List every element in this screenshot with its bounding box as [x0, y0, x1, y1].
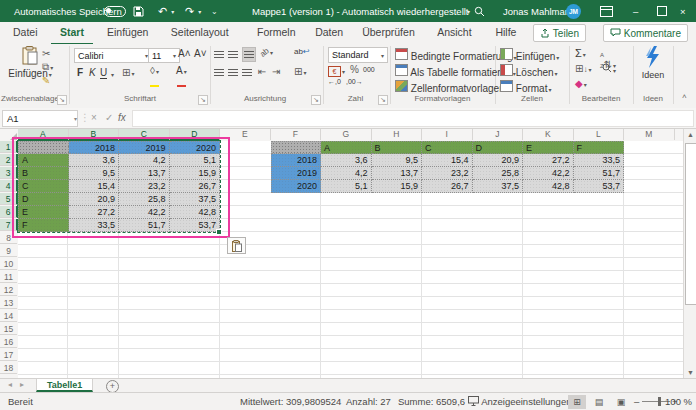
row-header-6[interactable]: 6 — [0, 206, 18, 218]
font-dialog-launcher[interactable]: ↘ — [198, 95, 208, 105]
clipboard-dialog-launcher[interactable]: ↘ — [57, 95, 67, 105]
ribbon-tab-überprüfen[interactable]: Überprüfen — [353, 22, 424, 43]
scroll-up-arrow[interactable]: ▲ — [684, 131, 696, 138]
zoom-out-button[interactable]: – — [634, 393, 639, 410]
right-table-col-header[interactable]: A — [321, 141, 372, 154]
right-table-value-cell[interactable]: 42,8 — [523, 180, 574, 193]
align-bottom-button[interactable] — [242, 47, 256, 62]
confirm-entry-icon[interactable]: ✓ — [105, 110, 113, 125]
left-table-value-cell[interactable]: 33,5 — [69, 219, 120, 232]
right-table-col-header[interactable]: F — [574, 141, 625, 154]
column-header-D[interactable]: D — [170, 129, 221, 141]
column-header-F[interactable]: F — [271, 129, 322, 140]
align-center-button[interactable] — [228, 67, 238, 78]
right-table-value-cell[interactable]: 53,7 — [574, 180, 625, 193]
ribbon-tab-hilfe[interactable]: Hilfe — [486, 22, 525, 43]
restore-button[interactable] — [657, 0, 667, 22]
left-table-row-header[interactable]: F — [18, 219, 69, 232]
borders-button[interactable]: ⊞▾ — [122, 67, 134, 78]
ribbon-tab-start[interactable]: Start — [51, 22, 93, 45]
left-table-row-header[interactable]: C — [18, 180, 69, 193]
column-header-G[interactable]: G — [321, 129, 372, 140]
right-table-col-header[interactable]: E — [523, 141, 574, 154]
thousands-separator-button[interactable]: 000 — [363, 66, 375, 73]
left-table-value-cell[interactable]: 53,7 — [170, 219, 221, 232]
row-header-5[interactable]: 5 — [0, 193, 18, 205]
clear-button[interactable]: ◆▾ — [575, 78, 587, 89]
right-table-value-cell[interactable]: 23,2 — [422, 167, 473, 180]
left-table-row-header[interactable]: B — [18, 167, 69, 180]
right-table-value-cell[interactable]: 15,9 — [372, 180, 423, 193]
vertical-scrollbar[interactable]: ▲ ▼ — [683, 129, 696, 378]
column-header-M[interactable]: M — [624, 129, 675, 140]
qat-customize-button[interactable]: ⌄ — [210, 0, 218, 22]
alignment-dialog-launcher[interactable]: ↘ — [311, 95, 321, 105]
zoom-level[interactable]: 100 % — [665, 393, 692, 410]
left-table-value-cell[interactable]: 3,6 — [69, 154, 120, 167]
increase-indent-button[interactable]: ⇥ — [272, 66, 280, 77]
ribbon-tab-seitenlayout[interactable]: Seitenlayout — [162, 22, 238, 43]
row-header-13[interactable]: 13 — [0, 297, 17, 309]
avatar[interactable]: JM — [566, 0, 581, 22]
right-table-value-cell[interactable]: 27,2 — [523, 154, 574, 167]
sheet-grid[interactable]: 201820192020ABCDEF3,64,25,19,513,715,915… — [18, 141, 683, 378]
right-table-col-header[interactable]: D — [473, 141, 524, 154]
left-table-value-cell[interactable]: 20,9 — [69, 193, 120, 206]
left-table-row-header[interactable]: A — [18, 154, 69, 167]
cancel-entry-icon[interactable]: × — [91, 110, 97, 125]
column-header-B[interactable]: B — [69, 129, 120, 141]
row-header-8[interactable]: 8 — [0, 232, 17, 244]
ribbon-tab-formeln[interactable]: Formeln — [248, 22, 305, 43]
redo-button[interactable]: ↷▾ — [182, 0, 201, 22]
ribbon-tab-datei[interactable]: Datei — [4, 22, 47, 43]
column-header-H[interactable]: H — [372, 129, 423, 140]
format-cells-button[interactable]: Format▾ — [500, 80, 551, 94]
row-header-11[interactable]: 11 — [0, 271, 17, 283]
column-header-I[interactable]: I — [422, 129, 473, 140]
share-button[interactable]: Teilen — [533, 24, 586, 42]
italic-button[interactable]: K — [89, 67, 96, 78]
right-table-value-cell[interactable]: 37,5 — [473, 180, 524, 193]
fill-handle[interactable] — [216, 229, 222, 235]
column-header-L[interactable]: L — [574, 129, 625, 140]
left-table-value-cell[interactable]: 26,7 — [170, 180, 221, 193]
bold-button[interactable]: F — [77, 67, 83, 78]
left-table-value-cell[interactable]: 4,2 — [119, 154, 170, 167]
right-table-col-header[interactable]: B — [372, 141, 423, 154]
right-table-value-cell[interactable]: 26,7 — [422, 180, 473, 193]
row-header-2[interactable]: 2 — [0, 154, 18, 166]
left-table-corner-cell[interactable] — [18, 141, 69, 154]
sheet-nav-left[interactable]: ◂ — [8, 380, 12, 389]
row-header-7[interactable]: 7 — [0, 219, 18, 231]
ribbon-tab-einfügen[interactable]: Einfügen — [98, 22, 157, 43]
search-button[interactable] — [474, 0, 485, 22]
right-table-value-cell[interactable]: 51,7 — [574, 167, 625, 180]
left-table-value-cell[interactable]: 15,4 — [69, 180, 120, 193]
underline-button[interactable]: U — [100, 67, 107, 79]
currency-format-button[interactable]: €▾ — [328, 65, 345, 77]
column-header-E[interactable]: E — [220, 129, 271, 140]
close-button[interactable]: × — [680, 0, 692, 22]
right-table-row-header[interactable]: 2020 — [271, 180, 322, 193]
name-box[interactable]: A1▾ — [2, 110, 78, 127]
font-name-select[interactable]: Calibri▾ — [74, 48, 152, 63]
left-table-value-cell[interactable]: 9,5 — [69, 167, 120, 180]
collapse-ribbon-button[interactable]: ˄ — [682, 92, 687, 101]
autosum-button[interactable]: Σ▾ — [575, 47, 586, 59]
copy-button[interactable]: ⧉▾ — [42, 61, 53, 73]
column-header-A[interactable]: A — [18, 129, 69, 141]
view-page-break-button[interactable]: ▣ — [612, 395, 630, 409]
decrease-indent-button[interactable]: ⇤ — [258, 66, 266, 77]
left-table-value-cell[interactable]: 5,1 — [170, 154, 221, 167]
underline-caret[interactable]: ▾ — [111, 71, 114, 78]
left-table-value-cell[interactable]: 42,2 — [119, 206, 170, 219]
left-table-value-cell[interactable]: 25,8 — [119, 193, 170, 206]
paste-options-button[interactable] — [227, 237, 246, 254]
row-header-9[interactable]: 9 — [0, 245, 17, 257]
title-caret[interactable]: ▾ — [466, 0, 470, 22]
percent-format-button[interactable]: % — [350, 64, 359, 75]
insert-cells-button[interactable]: Einfügen▾ — [500, 48, 559, 62]
left-table-value-cell[interactable]: 27,2 — [69, 206, 120, 219]
left-table-row-header[interactable]: D — [18, 193, 69, 206]
ribbon-display-options-button[interactable] — [600, 0, 613, 22]
